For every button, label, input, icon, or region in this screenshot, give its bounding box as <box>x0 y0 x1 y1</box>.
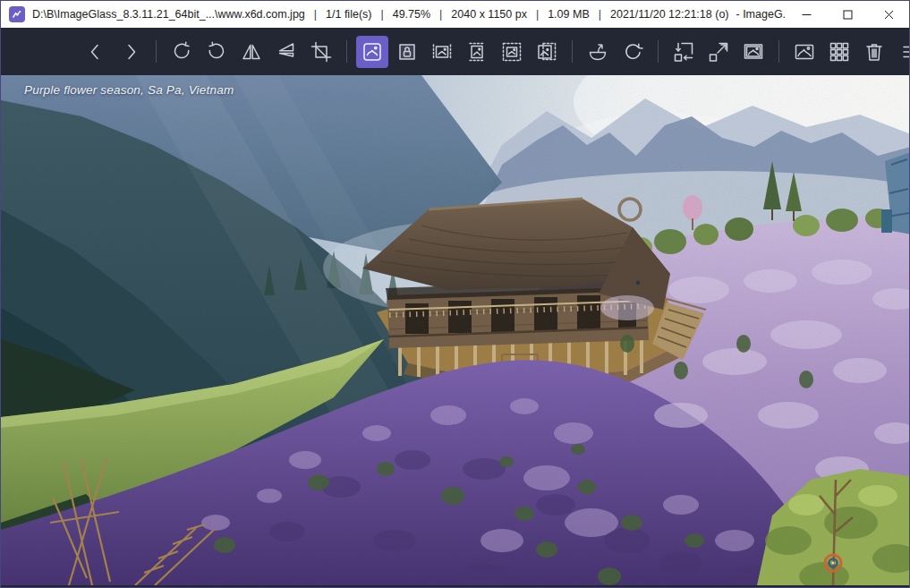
open-file-button[interactable] <box>582 36 614 68</box>
window-title: D:\B\ImageGlass_8.3.11.21_64bit_...\www.… <box>31 8 786 21</box>
minimize-button[interactable] <box>786 1 827 28</box>
crop-button[interactable] <box>305 36 337 68</box>
rotate-left-button[interactable] <box>166 36 198 68</box>
slideshow-button[interactable] <box>737 36 770 68</box>
toolbar-separator <box>658 40 659 63</box>
photo-sapa-purple-flowers <box>1 75 910 585</box>
flip-horizontal-button[interactable] <box>235 36 268 68</box>
title-dimensions: 2040 x 1150 px <box>451 8 527 21</box>
title-separator: | <box>599 8 601 21</box>
checkerboard-background-button[interactable] <box>823 36 855 68</box>
main-menu-button[interactable] <box>896 36 910 68</box>
lock-zoom-button[interactable] <box>391 36 423 68</box>
title-separator: | <box>439 8 442 21</box>
close-button[interactable] <box>868 1 909 28</box>
image-viewer-canvas[interactable]: Purple flower season, Sa Pa, Vietnam <box>1 75 910 585</box>
titlebar[interactable]: D:\B\ImageGlass_8.3.11.21_64bit_...\www.… <box>1 1 909 28</box>
title-separator: | <box>314 8 317 21</box>
title-separator: | <box>380 8 383 21</box>
toolbar-separator <box>778 40 779 63</box>
full-screen-button[interactable] <box>702 36 735 68</box>
title-app-name: - ImageG... <box>736 8 787 21</box>
toolbar-separator <box>346 40 347 63</box>
delete-button[interactable] <box>858 36 890 68</box>
previous-image-button[interactable] <box>80 36 112 68</box>
window-fit-button[interactable] <box>668 36 700 68</box>
scale-to-width-button[interactable] <box>426 36 458 68</box>
title-separator: | <box>536 8 539 21</box>
rotate-right-button[interactable] <box>200 36 233 68</box>
title-modified-date: 2021/11/20 12:21:18 (o) <box>610 8 729 21</box>
next-image-button[interactable] <box>115 36 147 68</box>
auto-zoom-button[interactable] <box>356 36 388 68</box>
refresh-button[interactable] <box>617 36 649 68</box>
window-controls <box>786 1 909 28</box>
scale-to-height-button[interactable] <box>461 36 493 68</box>
title-file-count: 1/1 file(s) <box>326 8 371 21</box>
title-file-path: D:\B\ImageGlass_8.3.11.21_64bit_...\www.… <box>32 8 305 21</box>
imageglass-window: D:\B\ImageGlass_8.3.11.21_64bit_...\www.… <box>0 0 910 588</box>
app-logo-icon <box>9 6 25 22</box>
scale-to-fill-button[interactable] <box>531 36 563 68</box>
scale-to-fit-button[interactable] <box>496 36 528 68</box>
flip-vertical-button[interactable] <box>270 36 302 68</box>
title-file-size: 1.09 MB <box>548 8 590 21</box>
maximize-button[interactable] <box>827 1 868 28</box>
toolbar <box>1 28 909 75</box>
title-zoom-level: 49.75% <box>393 8 430 21</box>
toolbar-separator <box>156 40 157 63</box>
photo-caption: Purple flower season, Sa Pa, Vietnam <box>24 83 234 97</box>
toolbar-separator <box>572 40 573 63</box>
thumbnail-bar-button[interactable] <box>788 36 821 68</box>
